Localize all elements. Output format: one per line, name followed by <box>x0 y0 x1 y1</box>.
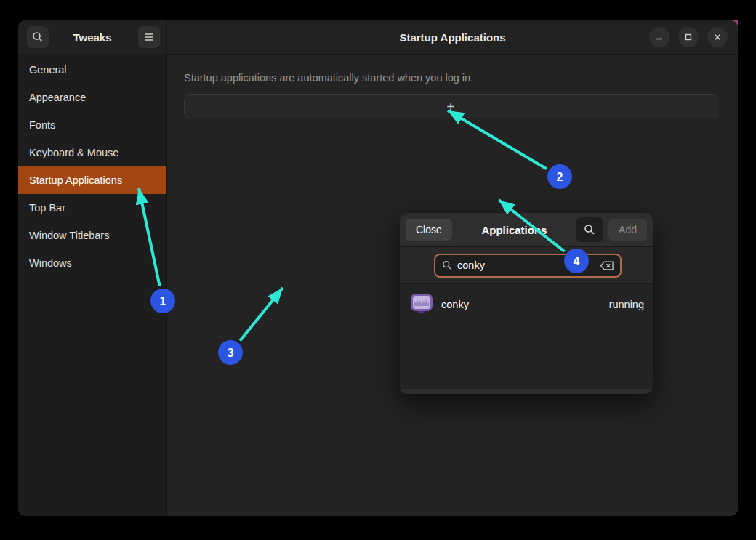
sidebar-item-fonts[interactable]: Fonts <box>18 111 166 139</box>
applications-dialog: Close Applications Add <box>400 213 653 394</box>
maximize-button[interactable] <box>678 27 699 47</box>
page-title: Startup Applications <box>399 31 505 44</box>
close-button[interactable] <box>707 27 728 47</box>
sidebar-item-windows[interactable]: Windows <box>18 249 166 277</box>
dialog-footer-strip <box>400 389 653 394</box>
sidebar-search-button[interactable] <box>27 26 49 48</box>
sidebar-item-top-bar[interactable]: Top Bar <box>18 194 166 222</box>
dialog-search-input[interactable] <box>457 259 600 271</box>
magnifier-icon <box>584 224 595 235</box>
list-item-conky[interactable]: conky running <box>400 284 653 325</box>
startup-description: Startup applications are automatically s… <box>184 72 738 84</box>
add-startup-application-bar[interactable]: + <box>184 94 717 118</box>
screenshot-stage: Tweaks Startup Applications <box>0 0 756 540</box>
plus-icon: + <box>446 100 455 114</box>
app-title: Tweaks <box>73 31 111 44</box>
app-name: conky <box>441 299 469 310</box>
sidebar-item-keyboard-mouse[interactable]: Keyboard & Mouse <box>18 139 166 166</box>
menu-button[interactable] <box>138 26 160 48</box>
dialog-search-section <box>400 247 653 284</box>
dialog-add-button[interactable]: Add <box>608 219 647 241</box>
sidebar-item-general[interactable]: General <box>18 56 166 84</box>
close-icon <box>713 33 722 41</box>
main-content: Startup applications are automatically s… <box>167 55 738 516</box>
sidebar-item-appearance[interactable]: Appearance <box>18 84 166 111</box>
window-controls <box>649 27 728 47</box>
app-status: running <box>609 299 644 310</box>
dialog-title: Applications <box>452 224 576 236</box>
hamburger-icon <box>143 32 155 42</box>
dialog-close-button[interactable]: Close <box>406 219 452 241</box>
minimize-button[interactable] <box>649 27 669 47</box>
maximize-icon <box>684 33 693 41</box>
sidebar-item-startup-applications[interactable]: Startup Applications <box>18 166 166 194</box>
dialog-search-entry[interactable] <box>434 254 622 278</box>
window-body: General Appearance Fonts Keyboard & Mous… <box>18 55 738 516</box>
sidebar: General Appearance Fonts Keyboard & Mous… <box>18 55 167 516</box>
magnifier-icon <box>32 31 44 43</box>
main-headerbar: Startup Applications <box>167 20 738 54</box>
magnifier-icon <box>442 260 452 270</box>
tweaks-window: Tweaks Startup Applications <box>18 20 738 516</box>
dialog-results-list: conky running <box>400 284 653 389</box>
minimize-icon <box>655 33 664 41</box>
sidebar-headerbar: Tweaks <box>18 20 167 54</box>
dialog-headerbar: Close Applications Add <box>400 213 653 247</box>
headerbar: Tweaks Startup Applications <box>18 20 738 55</box>
conky-monitor-icon <box>409 291 435 318</box>
sidebar-item-window-titlebars[interactable]: Window Titlebars <box>18 222 166 249</box>
dialog-search-toggle-button[interactable] <box>576 217 603 242</box>
backspace-clear-icon[interactable] <box>600 261 614 270</box>
